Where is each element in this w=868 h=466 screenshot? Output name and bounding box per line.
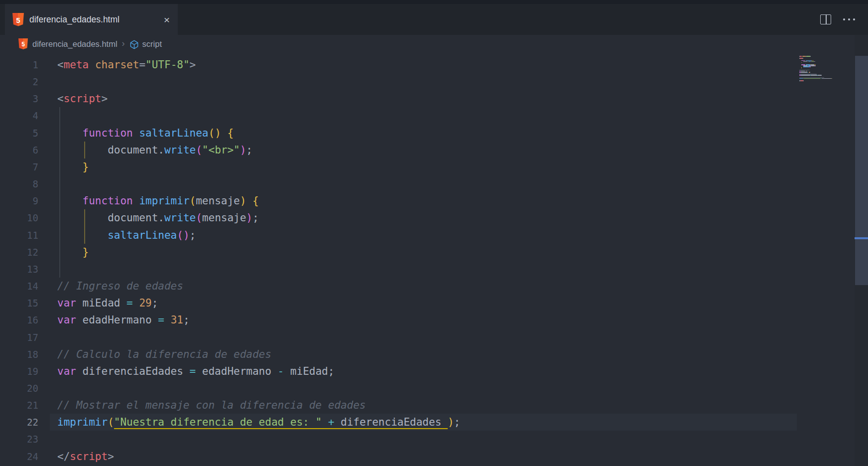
line-number: 15 (0, 295, 38, 311)
code-line[interactable]: 10 document.write(mensaje); (0, 209, 868, 226)
indent-guide (59, 107, 60, 124)
code-line[interactable]: 24</script> (0, 448, 868, 465)
code-token: ) (215, 127, 221, 139)
code-token: function (83, 127, 133, 139)
code-token (164, 314, 171, 326)
code-token: { (227, 127, 234, 139)
code-line[interactable]: 5 function saltarLinea() { (0, 125, 868, 142)
code-text: var edadHermano = 31; (57, 311, 190, 328)
code-line[interactable]: 11 saltarLinea(); (0, 227, 868, 244)
code-token: write (164, 212, 196, 224)
code-token: + (328, 416, 335, 429)
split-editor-icon[interactable] (820, 14, 831, 24)
code-line[interactable]: 1<meta charset="UTF-8"> (0, 56, 868, 73)
code-token: ; (252, 212, 259, 224)
code-token: ) (183, 229, 190, 241)
code-text: } (57, 158, 89, 175)
line-number: 5 (0, 125, 38, 142)
code-token: . (158, 144, 164, 156)
line-number: 1 (0, 56, 38, 73)
code-line[interactable]: 22imprimir("Nuestra diferencia de edad e… (0, 414, 868, 431)
line-number: 16 (0, 311, 38, 328)
html5-icon: 5 (18, 38, 28, 49)
code-line[interactable]: 8 (0, 175, 868, 192)
tab-diferencia-edades[interactable]: 5 diferencia_edades.html × (5, 4, 178, 35)
line-number: 24 (0, 448, 38, 465)
chevron-right-icon: › (122, 38, 125, 49)
code-token (221, 127, 228, 139)
code-line[interactable]: 15var miEdad = 29; (0, 295, 868, 311)
line-number: 23 (0, 431, 38, 448)
code-token: ( (208, 127, 215, 139)
breadcrumb-symbol[interactable]: script (142, 39, 162, 49)
code-line[interactable]: 6 document.write("<br>"); (0, 142, 868, 158)
code-token: { (252, 195, 259, 207)
more-actions-icon[interactable] (843, 18, 855, 20)
symbol-cube-icon (129, 40, 139, 49)
code-line[interactable]: 18// Calculo la diferencia de edades (0, 346, 868, 363)
code-line[interactable]: 7 } (0, 158, 868, 175)
minimap-line (799, 80, 854, 81)
line-number: 17 (0, 329, 38, 346)
line-number: 20 (0, 380, 38, 397)
code-token: script (70, 451, 108, 463)
code-token: // Mostrar el mensaje con la diferencia … (57, 399, 366, 411)
code-token (133, 297, 139, 309)
code-token: var (57, 365, 76, 377)
code-token: ) (246, 212, 252, 224)
minimap[interactable] (797, 53, 854, 466)
line-number: 11 (0, 227, 38, 244)
line-number: 4 (0, 107, 38, 124)
code-line[interactable]: 19var diferenciaEdades = edadHermano - m… (0, 363, 868, 380)
code-text: var diferenciaEdades = edadHermano - miE… (57, 363, 334, 380)
code-text: function imprimir(mensaje) { (57, 192, 259, 209)
code-token: var (57, 314, 76, 326)
code-token (133, 195, 139, 207)
code-line[interactable]: 3<script> (0, 90, 868, 107)
code-token: charset (95, 59, 139, 71)
line-number: 2 (0, 73, 38, 90)
code-line[interactable]: 2 (0, 73, 868, 90)
code-line[interactable]: 23 (0, 431, 868, 448)
code-line[interactable]: 12 } (0, 244, 868, 261)
breadcrumb-file[interactable]: diferencia_edades.html (32, 39, 118, 49)
code-line[interactable]: 21// Mostrar el mensaje con la diferenci… (0, 397, 868, 414)
code-text: imprimir("Nuestra diferencia de edad es:… (57, 414, 460, 431)
code-token (57, 229, 108, 241)
code-token: 29 (139, 297, 151, 309)
code-text: saltarLinea(); (57, 227, 196, 244)
code-text: <meta charset="UTF-8"> (57, 56, 196, 73)
code-token: diferenciaEdades (76, 365, 190, 377)
scrollbar-track[interactable] (855, 35, 868, 466)
code-token: imprimir (139, 195, 189, 207)
code-line[interactable]: 14// Ingreso de edades (0, 278, 868, 295)
indent-guide (59, 261, 60, 278)
code-line[interactable]: 20 (0, 380, 868, 397)
scrollbar-thumb[interactable] (855, 56, 868, 285)
code-line[interactable]: 13 (0, 261, 868, 278)
code-token (57, 212, 108, 224)
line-number: 7 (0, 158, 38, 175)
code-line[interactable]: 4 (0, 107, 868, 124)
code-line[interactable]: 16var edadHermano = 31; (0, 311, 868, 328)
code-token: ( (108, 416, 114, 428)
code-token: = (139, 59, 145, 71)
code-token (57, 144, 108, 156)
code-token: > (102, 93, 108, 105)
code-token: saltarLinea (139, 127, 208, 139)
overview-cursor-marker (855, 237, 868, 239)
code-text: var miEdad = 29; (57, 295, 158, 311)
code-token: script (64, 93, 102, 105)
code-token: > (108, 451, 114, 463)
code-token: ) (448, 416, 454, 428)
code-token: < (57, 59, 64, 71)
code-line[interactable]: 9 function imprimir(mensaje) { (0, 192, 868, 209)
code-area[interactable]: 1<meta charset="UTF-8">23<script>45 func… (0, 53, 868, 466)
minimap-chip (803, 80, 804, 81)
line-number: 19 (0, 363, 38, 380)
tab-close-icon[interactable]: × (164, 14, 170, 25)
code-text: <script> (57, 90, 108, 107)
code-line[interactable]: 17 (0, 329, 868, 346)
code-token: 31 (171, 314, 183, 326)
code-token: ) (240, 144, 247, 156)
